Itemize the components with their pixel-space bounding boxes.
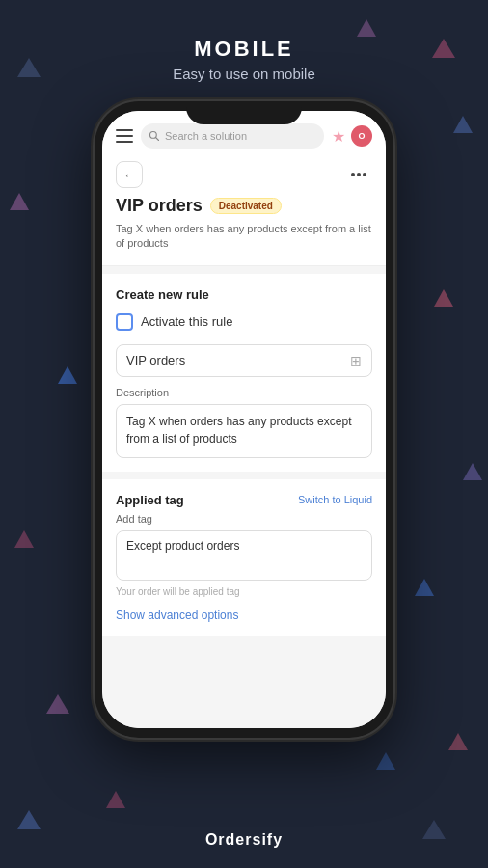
vip-description: Tag X when orders has any products excep… bbox=[116, 222, 372, 252]
vip-header-nav: ← bbox=[116, 161, 372, 188]
phone-screen: Search a solution ★ O ← bbox=[102, 111, 386, 728]
star-icon[interactable]: ★ bbox=[332, 127, 345, 146]
page-header: MOBILE Easy to use on mobile bbox=[0, 37, 488, 82]
applied-tag-header: Applied tag Switch to Liquid bbox=[116, 493, 372, 507]
footer-brand: Ordersify bbox=[205, 831, 283, 848]
more-dot-3 bbox=[363, 173, 366, 176]
svg-marker-8 bbox=[415, 579, 434, 596]
svg-marker-2 bbox=[453, 116, 473, 133]
add-tag-label: Add tag bbox=[116, 513, 372, 525]
create-rule-section: Create new rule Activate this rule VIP o… bbox=[102, 274, 386, 472]
rule-name-input[interactable]: VIP orders ⊞ bbox=[116, 344, 372, 377]
more-dot-2 bbox=[357, 173, 361, 176]
description-label: Description bbox=[116, 387, 372, 398]
status-bar-right: ★ O bbox=[332, 125, 372, 147]
vip-title-row: VIP orders Deactivated bbox=[116, 196, 372, 216]
back-arrow-icon: ← bbox=[123, 168, 136, 182]
activate-row: Activate this rule bbox=[116, 313, 372, 331]
page-subtitle: Easy to use on mobile bbox=[0, 66, 488, 82]
search-bar[interactable]: Search a solution bbox=[141, 123, 324, 149]
page-footer: Ordersify bbox=[0, 831, 488, 849]
phone-notch bbox=[186, 101, 302, 124]
search-icon bbox=[149, 130, 160, 142]
description-text: Tag X when orders has any products excep… bbox=[126, 415, 351, 446]
show-advanced-link[interactable]: Show advanced options bbox=[116, 609, 372, 622]
applied-tag-title: Applied tag bbox=[116, 493, 184, 507]
svg-marker-11 bbox=[17, 810, 41, 829]
svg-marker-3 bbox=[10, 193, 29, 210]
svg-marker-15 bbox=[376, 752, 395, 770]
activate-label: Activate this rule bbox=[141, 314, 232, 329]
vip-header-section: ← VIP orders Deactivated Tag X when orde… bbox=[102, 149, 386, 266]
more-options-button[interactable] bbox=[345, 161, 372, 188]
svg-marker-10 bbox=[448, 733, 468, 750]
svg-marker-14 bbox=[106, 791, 125, 808]
phone-frame: Search a solution ★ O ← bbox=[95, 101, 393, 738]
search-placeholder: Search a solution bbox=[165, 130, 247, 142]
avatar[interactable]: O bbox=[351, 125, 372, 147]
svg-marker-6 bbox=[463, 463, 482, 480]
rule-name-text: VIP orders bbox=[126, 353, 185, 367]
applied-tag-section: Applied tag Switch to Liquid Add tag Exc… bbox=[102, 479, 386, 636]
vip-title: VIP orders bbox=[116, 196, 203, 216]
hamburger-icon[interactable] bbox=[116, 129, 133, 143]
add-tag-input[interactable]: Except product orders bbox=[116, 530, 372, 581]
more-dot-1 bbox=[351, 173, 355, 176]
deactivated-badge: Deactivated bbox=[210, 198, 282, 214]
activate-checkbox[interactable] bbox=[116, 313, 133, 331]
svg-marker-5 bbox=[434, 289, 453, 307]
svg-marker-9 bbox=[46, 694, 69, 714]
svg-line-17 bbox=[156, 138, 159, 141]
svg-marker-7 bbox=[14, 530, 34, 548]
back-button[interactable]: ← bbox=[116, 161, 143, 188]
svg-marker-4 bbox=[58, 366, 77, 384]
content-area: ← VIP orders Deactivated Tag X when orde… bbox=[102, 149, 386, 728]
tag-value: Except product orders bbox=[126, 539, 239, 553]
status-bar-left bbox=[116, 129, 133, 143]
description-textarea[interactable]: Tag X when orders has any products excep… bbox=[116, 404, 372, 458]
svg-marker-13 bbox=[357, 19, 376, 37]
order-tag-hint: Your order will be applied tag bbox=[116, 586, 372, 597]
create-rule-title: Create new rule bbox=[116, 287, 372, 302]
template-icon: ⊞ bbox=[350, 353, 362, 368]
switch-liquid-button[interactable]: Switch to Liquid bbox=[298, 494, 372, 505]
page-title: MOBILE bbox=[0, 37, 488, 62]
